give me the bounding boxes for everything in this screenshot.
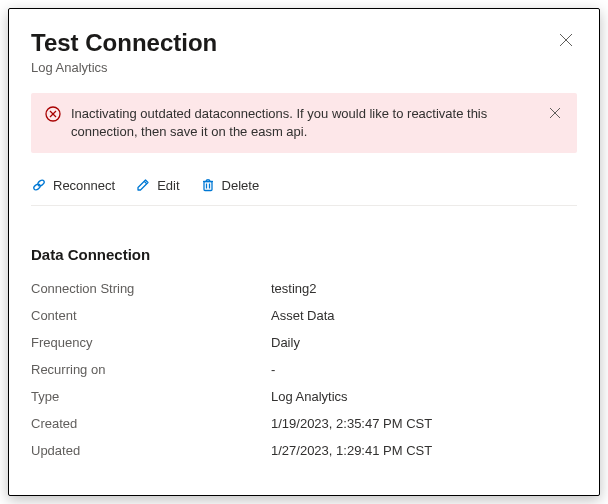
reconnect-icon xyxy=(31,177,47,193)
page-title: Test Connection xyxy=(31,29,217,58)
label-connection-string: Connection String xyxy=(31,281,271,296)
svg-point-7 xyxy=(37,179,45,187)
label-content: Content xyxy=(31,308,271,323)
value-updated: 1/27/2023, 1:29:41 PM CST xyxy=(271,443,577,458)
reconnect-label: Reconnect xyxy=(53,178,115,193)
error-alert: Inactivating outdated dataconnections. I… xyxy=(31,93,577,153)
svg-rect-10 xyxy=(204,182,212,191)
edit-icon xyxy=(135,177,151,193)
dismiss-alert-button[interactable] xyxy=(547,105,563,124)
error-icon xyxy=(45,106,61,125)
connection-panel: Test Connection Log Analytics Inactivati… xyxy=(8,8,600,496)
header-text-block: Test Connection Log Analytics xyxy=(31,29,217,75)
value-content: Asset Data xyxy=(271,308,577,323)
edit-button[interactable]: Edit xyxy=(135,175,179,195)
svg-point-8 xyxy=(33,183,41,191)
close-icon xyxy=(549,107,561,122)
toolbar: Reconnect Edit xyxy=(31,169,577,206)
section-title: Data Connection xyxy=(31,246,577,263)
value-frequency: Daily xyxy=(271,335,577,350)
delete-label: Delete xyxy=(222,178,260,193)
value-type: Log Analytics xyxy=(271,389,577,404)
label-frequency: Frequency xyxy=(31,335,271,350)
panel-header: Test Connection Log Analytics xyxy=(31,29,577,75)
delete-button[interactable]: Delete xyxy=(200,175,260,195)
edit-label: Edit xyxy=(157,178,179,193)
close-icon xyxy=(559,34,573,50)
alert-message: Inactivating outdated dataconnections. I… xyxy=(71,105,537,141)
reconnect-button[interactable]: Reconnect xyxy=(31,175,115,195)
value-recurring-on: - xyxy=(271,362,577,377)
delete-icon xyxy=(200,177,216,193)
label-recurring-on: Recurring on xyxy=(31,362,271,377)
key-value-grid: Connection String testing2 Content Asset… xyxy=(31,281,577,458)
page-subtitle: Log Analytics xyxy=(31,60,217,75)
label-created: Created xyxy=(31,416,271,431)
value-created: 1/19/2023, 2:35:47 PM CST xyxy=(271,416,577,431)
label-updated: Updated xyxy=(31,443,271,458)
label-type: Type xyxy=(31,389,271,404)
value-connection-string: testing2 xyxy=(271,281,577,296)
close-button[interactable] xyxy=(555,29,577,53)
